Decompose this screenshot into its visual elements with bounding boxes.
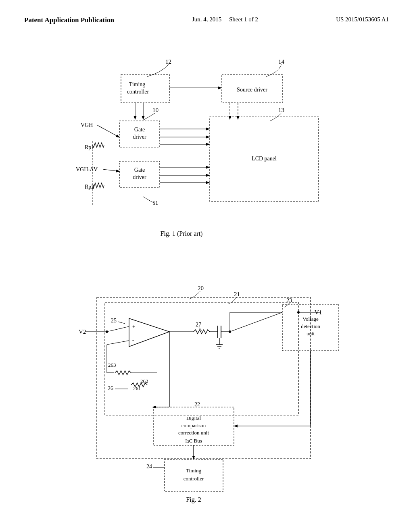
header-right: US 2015/0153605 A1 (336, 16, 389, 23)
v1-dot (297, 311, 300, 314)
plus-sign: + (132, 324, 135, 330)
comp-plus-line (107, 326, 129, 332)
cap-to-vd (230, 312, 282, 332)
timing-ctrl-text2: controller (127, 89, 149, 95)
header-left: Patent Application Publication (24, 16, 114, 24)
label-263: 263 (108, 362, 116, 368)
rp1-resistor (93, 143, 104, 148)
rp2-resistor (93, 183, 104, 188)
dig-comp-text3: correction unit (178, 430, 209, 436)
resistor-263 (115, 371, 131, 375)
fig2-caption: Fig. 2 (186, 496, 201, 503)
arrow-vghdv-gd2 (103, 169, 119, 171)
fig2-container: 20 21 V2 V1 25 + - (40, 282, 371, 520)
header-date: Jun. 4, 2015 (192, 16, 221, 23)
gate-driver2-text1: Gate (134, 167, 145, 173)
label-14: 14 (278, 58, 285, 65)
label-22: 22 (194, 401, 200, 407)
arrow-vgh-gd1 (97, 125, 119, 137)
lcd-panel-text: LCD panel (252, 156, 277, 162)
comp-minus-line (107, 341, 129, 345)
gate-driver1-text1: Gate (134, 127, 145, 133)
source-driver-text: Source driver (237, 87, 267, 93)
dig-comp-text1: Digital (186, 415, 201, 421)
fig1-container: 12 14 Timing controller Source driver 10… (40, 52, 371, 254)
timing-ctrl-text4: controller (184, 476, 204, 482)
label-21: 21 (234, 291, 240, 297)
vd-text3: unit (307, 330, 315, 337)
label-13: 13 (278, 107, 284, 113)
label-12: 12 (165, 58, 171, 65)
header-sheet: Sheet 1 of 2 (229, 16, 258, 23)
label-25: 25 (111, 318, 117, 324)
label-23: 23 (286, 297, 292, 303)
vghdv-label: VGH-ΔV (76, 166, 98, 172)
vgh-label: VGH (81, 122, 93, 128)
label-20: 20 (198, 285, 204, 291)
label-26: 26 (108, 385, 113, 391)
comparator-symbol (129, 318, 169, 347)
i2c-bus-label: I₂C Bus (185, 438, 202, 444)
fig2-svg: 20 21 V2 V1 25 + - (40, 282, 371, 512)
fig1-svg: 12 14 Timing controller Source driver 10… (40, 52, 371, 250)
gate-driver2-text2: driver (133, 174, 146, 180)
dig-comp-text2: comparison (181, 422, 206, 428)
box-21 (105, 302, 298, 415)
label-25-line (118, 322, 125, 324)
label-27: 27 (196, 322, 201, 328)
fig1-caption: Fig. 1 (Prior art) (161, 230, 203, 237)
page-header: Patent Application Publication Jun. 4, 2… (0, 0, 413, 32)
header-center: Jun. 4, 2015 Sheet 1 of 2 (192, 16, 258, 23)
label-24: 24 (146, 463, 152, 470)
timing-ctrl-text: Timing (129, 81, 146, 87)
vd-text1: Voltage (302, 316, 319, 322)
label-10: 10 (152, 107, 159, 113)
vd-text2: detection (301, 323, 320, 329)
minus-sign: - (132, 337, 134, 343)
timing-ctrl-text3: Timing (186, 468, 201, 474)
gate-driver1-text2: driver (133, 134, 146, 140)
